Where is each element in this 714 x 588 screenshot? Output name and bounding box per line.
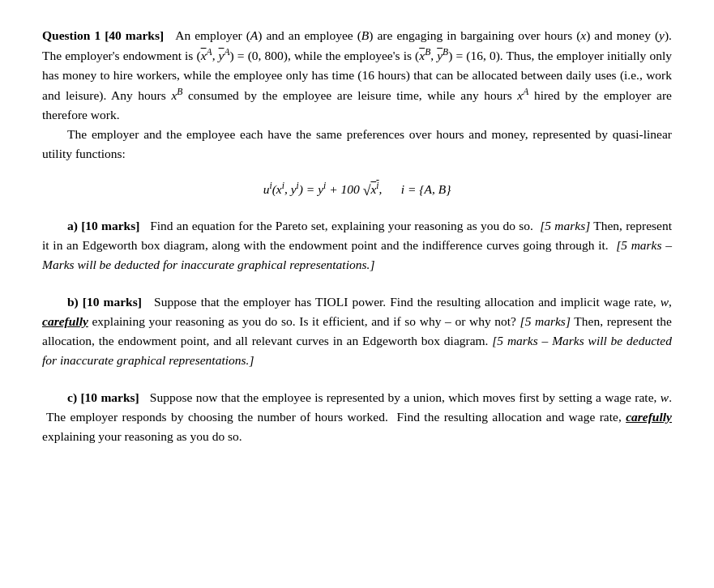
part-a-subtext2: [5 marks – Marks will be deducted for in… <box>42 238 672 271</box>
question-block: Question 1 [40 marks] An employer (A) an… <box>42 26 672 446</box>
part-c: c) [10 marks] Suppose now that the emplo… <box>42 388 672 446</box>
part-c-text: c) [10 marks] Suppose now that the emplo… <box>42 388 672 446</box>
part-a-subtext1: [5 marks] <box>540 219 590 232</box>
part-c-label: c) [10 marks] <box>67 390 139 404</box>
part-a-text: a) [10 marks] Find an equation for the P… <box>42 216 672 275</box>
question-number: Question 1 [40 marks] <box>42 28 164 42</box>
question-header: Question 1 [40 marks] An employer (A) an… <box>42 26 672 125</box>
part-a: a) [10 marks] Find an equation for the P… <box>42 216 672 275</box>
part-b-text: b) [10 marks] Suppose that the employer … <box>42 292 672 370</box>
question-intro-line1: Question 1 [40 marks] An employer (A) an… <box>42 26 672 125</box>
part-a-label: a) [10 marks] <box>67 219 139 232</box>
utility-formula: ui(xi, yi) = yi + 100 √xi, i = {A, B} <box>42 178 672 201</box>
question-para2: The employer and the employee each have … <box>42 125 672 164</box>
part-b: b) [10 marks] Suppose that the employer … <box>42 292 672 370</box>
page: Question 1 [40 marks] An employer (A) an… <box>0 0 714 588</box>
part-b-label: b) [10 marks] <box>67 295 142 309</box>
